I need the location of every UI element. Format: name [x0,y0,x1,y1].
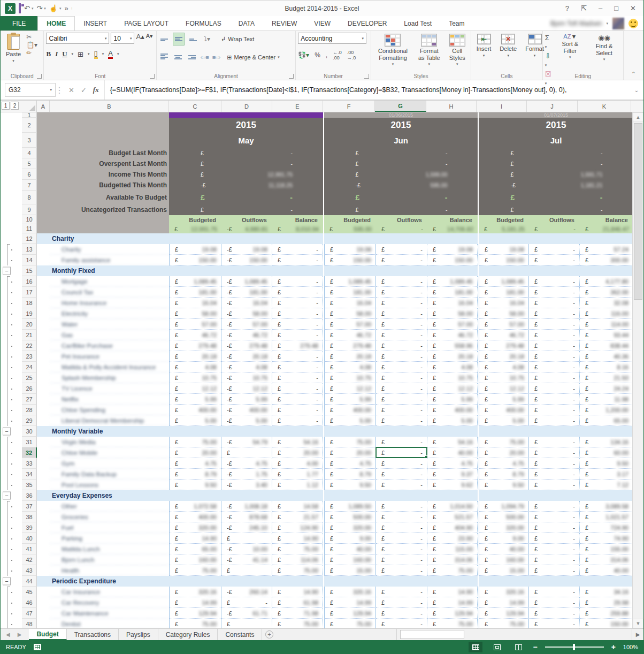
cell-J41[interactable]: £- [529,544,580,554]
cell-H19[interactable]: £58.00 [427,308,478,319]
align-top-icon[interactable] [159,33,170,45]
row-header-44[interactable]: 44 [22,576,37,587]
sheet-tab-transactions[interactable]: Transactions [67,629,119,640]
cell-D21[interactable]: -£46.72 [221,330,272,340]
cell-C20[interactable]: £57.00 [169,319,221,330]
cell-J32[interactable]: £- [529,447,580,458]
font-dialog-launcher[interactable] [150,74,155,79]
align-right-icon[interactable] [187,51,197,63]
cell-D38[interactable]: -£878.68 [221,512,272,522]
avatar[interactable] [612,18,624,29]
shrink-font-icon[interactable]: A▾ [146,33,153,44]
row-header-2[interactable]: 2 [22,118,37,133]
row-header-48[interactable]: 48 [22,619,37,628]
row-header-4[interactable]: 4 [22,148,37,158]
cell-I14[interactable]: £150.00 [479,255,529,265]
expand-formula-bar-icon[interactable]: ⌄ [630,80,643,100]
accounting-format-icon[interactable]: 💱▾ [298,51,309,59]
cell-H42[interactable]: £314.06 [427,554,478,565]
category-label[interactable]: Car/Bike Purchase [50,340,169,351]
cell-E43[interactable]: £75.00 [272,565,323,576]
cell-D18[interactable]: -£16.04 [221,298,272,308]
maximize-icon[interactable]: □ [614,4,618,12]
cell-C33[interactable]: £4.75 [169,458,221,469]
cell-F16[interactable]: £1,089.45 [324,276,376,287]
row-header-30[interactable]: 30 [22,426,37,437]
row-header-20[interactable]: 20 [22,319,37,330]
cell-J35[interactable]: £- [529,480,580,490]
row-header-18[interactable]: 18 [22,298,37,308]
zoom-level[interactable]: 100% [623,644,638,650]
cell-H25[interactable]: £10.75 [427,372,478,383]
account-dropdown-icon[interactable]: ▾ [606,21,608,26]
row-header-28[interactable]: 28 [22,405,37,415]
cell-K34[interactable]: £3.17 [580,469,633,480]
cell-C45[interactable]: £320.16 [169,587,221,597]
cell-F41[interactable]: £40.00 [324,544,376,554]
cell-C25[interactable]: £10.75 [169,372,221,383]
cell-J48[interactable]: £- [529,619,580,628]
namebox-splitter[interactable]: ⋮ [56,80,63,100]
cell-J47[interactable]: £- [529,608,580,619]
cell-G17[interactable]: £- [376,287,427,298]
user-name[interactable]: Bjorn Toft Madsen [550,20,602,27]
row-header-7[interactable]: 7 [22,180,37,191]
conditional-formatting-button[interactable]: Conditional Formatting▾ [373,33,412,71]
wrap-text-button[interactable]: ↲Wrap Text [221,36,254,43]
vertical-scrollbar[interactable]: ▲ ▼ [632,112,643,628]
cell-G45[interactable]: £- [376,587,427,597]
summary-value[interactable]: £- [350,207,452,213]
cell-I35[interactable]: £9.50 [479,480,529,490]
column-header-F[interactable]: F [323,101,375,112]
cell-H43[interactable]: £75.00 [427,565,478,576]
cell-H32[interactable]: £40.00 [427,447,478,458]
month-month[interactable]: Jun [324,133,478,148]
category-label[interactable]: Chloe Spending [50,405,169,415]
cell-I23[interactable]: £20.18 [479,351,529,362]
row-header-29[interactable]: 29 [22,415,37,426]
cell-G14[interactable]: £- [376,255,427,265]
decrease-decimal-icon[interactable]: .00→.0 [347,50,356,60]
cell-K38[interactable]: £1,021.57 [580,512,633,522]
cell-J31[interactable]: £- [529,437,580,447]
cell-J37[interactable]: £- [529,501,580,512]
column-header-J[interactable]: J [527,101,578,112]
cell-G13[interactable]: £- [376,244,427,255]
row-header-13[interactable]: 13 [22,244,37,255]
cell-G33[interactable]: £- [376,458,427,469]
cell-J16[interactable]: £- [529,276,580,287]
cell-C31[interactable]: £75.00 [169,437,221,447]
category-label[interactable]: Car Maintenance [50,608,169,619]
ribbon-tab-formulas[interactable]: FORMULAS [177,16,230,31]
cell-C32[interactable]: £20.00 [169,447,221,458]
row-header-42[interactable]: 42 [22,554,37,565]
cell-J27[interactable]: £- [529,394,580,405]
cell-F35[interactable]: £9.50 [324,480,376,490]
excel-logo-icon[interactable]: X [5,3,16,14]
cell-E22[interactable]: £279.48 [272,340,323,351]
sheet-tab-constants[interactable]: Constants [218,629,262,640]
cell-H40[interactable]: £23.90 [427,533,478,544]
cell-H46[interactable]: £14.99 [427,597,478,608]
cell-E48[interactable]: £75.00 [272,619,323,628]
category-label[interactable]: Water [50,319,169,330]
cell-C38[interactable]: £400.00 [169,512,221,522]
format-painter-icon[interactable]: ✏ [26,50,37,56]
cell-F20[interactable]: £57.00 [324,319,376,330]
row-header-31[interactable]: 31 [22,437,37,447]
summary-value[interactable]: £- [195,193,297,202]
summary-value[interactable]: £- [195,161,297,167]
cell-D46[interactable]: £- [221,597,272,608]
cell-D43[interactable]: £ [221,565,272,576]
row-header-8[interactable]: 8 [22,191,37,204]
cell-C48[interactable]: £75.00 [169,619,221,628]
cell-F17[interactable]: £181.00 [324,287,376,298]
cell-J34[interactable]: £- [529,469,580,480]
cell-F23[interactable]: £20.18 [324,351,376,362]
cell-F39[interactable]: £320.00 [324,522,376,533]
cell-E32[interactable]: £20.00 [272,447,323,458]
cell-J24[interactable]: £- [529,362,580,372]
cell-E46[interactable]: £61.98 [272,597,323,608]
totals-value[interactable]: £21,846.47 [580,224,633,233]
cell-D33[interactable]: -£4.75 [221,458,272,469]
